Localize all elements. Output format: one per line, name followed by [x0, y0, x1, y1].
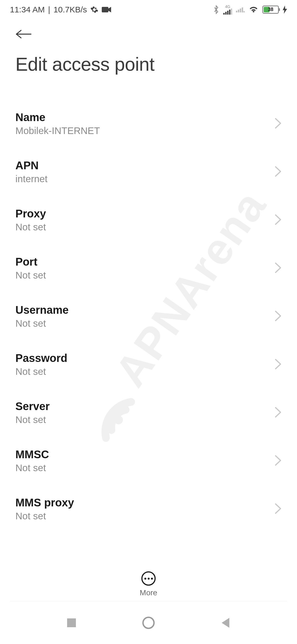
svg-rect-7 [238, 10, 239, 12]
more-label: More [140, 588, 157, 597]
settings-value: Not set [15, 511, 74, 522]
settings-item-port[interactable]: Port Not set [15, 244, 282, 292]
settings-value: Not set [15, 222, 46, 233]
svg-rect-4 [229, 10, 230, 15]
settings-label: Proxy [15, 208, 46, 220]
nav-back-button[interactable] [217, 615, 234, 631]
settings-item-mms-proxy[interactable]: MMS proxy Not set [15, 485, 282, 533]
chevron-right-icon [274, 310, 282, 323]
chevron-right-icon [274, 455, 282, 467]
svg-rect-2 [225, 12, 227, 15]
bluetooth-icon [213, 5, 219, 14]
chevron-right-icon [274, 118, 282, 130]
status-time: 11:34 AM [10, 5, 45, 14]
settings-label: Server [15, 400, 50, 413]
settings-item-proxy[interactable]: Proxy Not set [15, 196, 282, 244]
svg-rect-0 [102, 7, 108, 12]
more-icon [141, 571, 156, 586]
svg-rect-5 [231, 9, 232, 15]
nav-bar [0, 601, 297, 644]
svg-point-13 [143, 617, 154, 628]
fade-overlay [0, 548, 297, 567]
settings-item-username[interactable]: Username Not set [15, 292, 282, 340]
charging-icon [283, 6, 287, 14]
chevron-right-icon [274, 358, 282, 371]
settings-item-apn[interactable]: APN internet [15, 148, 282, 196]
camera-icon [102, 6, 111, 13]
settings-value: internet [15, 173, 48, 184]
settings-value: Not set [15, 462, 49, 473]
chevron-right-icon [274, 406, 282, 419]
settings-label: APN [15, 159, 48, 172]
svg-rect-8 [240, 9, 241, 12]
chevron-right-icon [274, 166, 282, 178]
nav-home-button[interactable] [140, 615, 157, 631]
settings-value: Not set [15, 270, 46, 281]
wifi-icon [249, 6, 258, 13]
settings-label: MMSC [15, 448, 49, 461]
settings-item-name[interactable]: Name Mobilek-INTERNET [15, 100, 282, 148]
settings-value: Not set [15, 366, 67, 377]
gear-icon [90, 6, 98, 14]
nav-recent-button[interactable] [63, 615, 80, 631]
status-separator: | [48, 5, 50, 14]
settings-list: Name Mobilek-INTERNET APN internet Proxy… [0, 75, 297, 533]
svg-rect-3 [227, 11, 229, 15]
settings-item-password[interactable]: Password Not set [15, 340, 282, 389]
settings-item-server[interactable]: Server Not set [15, 389, 282, 437]
svg-text:×: × [243, 10, 245, 13]
back-button[interactable] [15, 26, 32, 42]
settings-label: MMS proxy [15, 496, 74, 509]
chevron-right-icon [274, 503, 282, 515]
settings-label: Username [15, 304, 68, 316]
settings-label: Name [15, 111, 100, 124]
chevron-right-icon [274, 214, 282, 227]
status-left: 11:34 AM | 10.7KB/s [10, 5, 111, 14]
status-bar: 11:34 AM | 10.7KB/s 4G × 38 [0, 0, 297, 19]
signal-nosim-icon: × [236, 6, 245, 13]
settings-label: Port [15, 256, 46, 268]
status-data-rate: 10.7KB/s [54, 5, 87, 14]
header: Edit access point [0, 19, 297, 75]
svg-rect-1 [223, 13, 225, 15]
svg-rect-12 [67, 618, 76, 627]
more-action[interactable]: More [0, 566, 297, 597]
battery-icon: 38 [262, 6, 279, 14]
svg-rect-6 [236, 11, 237, 12]
chevron-right-icon [274, 262, 282, 275]
settings-value: Not set [15, 414, 50, 425]
settings-label: Password [15, 352, 67, 364]
settings-value: Mobilek-INTERNET [15, 125, 100, 136]
settings-value: Not set [15, 318, 68, 329]
settings-item-mmsc[interactable]: MMSC Not set [15, 437, 282, 485]
signal-4g-icon: 4G [223, 5, 232, 15]
status-right: 4G × 38 [213, 5, 287, 15]
page-title: Edit access point [15, 53, 282, 75]
